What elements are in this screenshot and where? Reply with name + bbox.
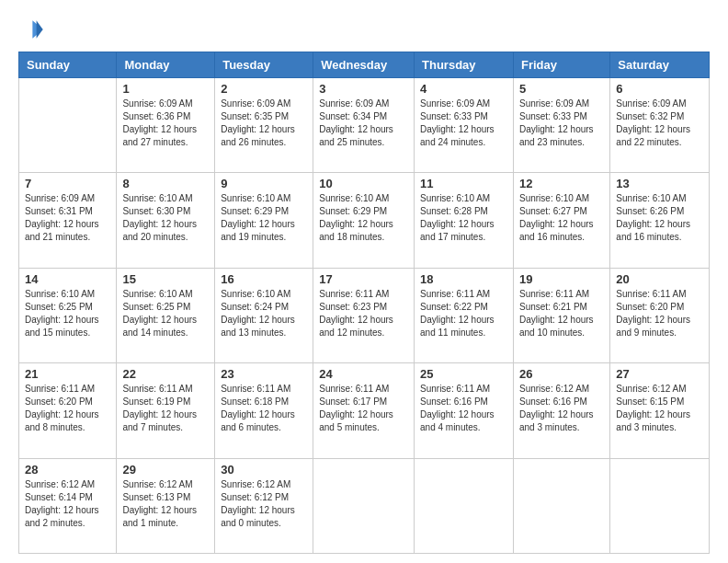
day-info: Sunrise: 6:10 AMSunset: 6:26 PMDaylight:… — [616, 192, 703, 244]
calendar-cell: 29Sunrise: 6:12 AMSunset: 6:13 PMDayligh… — [117, 458, 215, 553]
day-info: Sunrise: 6:09 AMSunset: 6:31 PMDaylight:… — [25, 192, 110, 244]
calendar-cell: 25Sunrise: 6:11 AMSunset: 6:16 PMDayligh… — [415, 363, 514, 458]
day-number: 21 — [25, 367, 110, 381]
day-info: Sunrise: 6:11 AMSunset: 6:17 PMDaylight:… — [319, 383, 408, 434]
weekday-header-row: SundayMondayTuesdayWednesdayThursdayFrid… — [19, 52, 710, 78]
day-info: Sunrise: 6:09 AMSunset: 6:33 PMDaylight:… — [519, 98, 604, 149]
week-row-3: 14Sunrise: 6:10 AMSunset: 6:25 PMDayligh… — [19, 268, 710, 362]
calendar-cell: 19Sunrise: 6:11 AMSunset: 6:21 PMDayligh… — [513, 268, 609, 362]
day-number: 26 — [519, 367, 604, 381]
day-number: 2 — [221, 82, 307, 96]
day-info: Sunrise: 6:11 AMSunset: 6:19 PMDaylight:… — [122, 383, 209, 434]
day-number: 23 — [221, 367, 307, 381]
calendar-cell: 26Sunrise: 6:12 AMSunset: 6:16 PMDayligh… — [513, 363, 609, 458]
day-info: Sunrise: 6:12 AMSunset: 6:16 PMDaylight:… — [519, 383, 604, 434]
day-number: 18 — [420, 272, 507, 286]
day-number: 25 — [420, 367, 507, 381]
day-number: 5 — [519, 82, 604, 96]
day-number: 12 — [519, 177, 604, 190]
logo-icon — [18, 17, 44, 42]
calendar-cell: 5Sunrise: 6:09 AMSunset: 6:33 PMDaylight… — [513, 78, 609, 173]
calendar-cell: 27Sunrise: 6:12 AMSunset: 6:15 PMDayligh… — [610, 363, 710, 458]
day-info: Sunrise: 6:12 AMSunset: 6:12 PMDaylight:… — [221, 478, 307, 530]
day-info: Sunrise: 6:11 AMSunset: 6:18 PMDaylight:… — [221, 383, 307, 434]
calendar-cell — [513, 458, 609, 553]
week-row-1: 1Sunrise: 6:09 AMSunset: 6:36 PMDaylight… — [19, 78, 710, 173]
day-info: Sunrise: 6:09 AMSunset: 6:35 PMDaylight:… — [221, 98, 307, 149]
week-row-4: 21Sunrise: 6:11 AMSunset: 6:20 PMDayligh… — [19, 363, 710, 458]
calendar-cell: 3Sunrise: 6:09 AMSunset: 6:34 PMDaylight… — [313, 78, 415, 173]
day-info: Sunrise: 6:11 AMSunset: 6:20 PMDaylight:… — [616, 288, 703, 339]
calendar-cell: 8Sunrise: 6:10 AMSunset: 6:30 PMDaylight… — [117, 173, 215, 268]
calendar-cell: 20Sunrise: 6:11 AMSunset: 6:20 PMDayligh… — [610, 268, 710, 362]
day-info: Sunrise: 6:10 AMSunset: 6:29 PMDaylight:… — [319, 192, 408, 244]
day-info: Sunrise: 6:11 AMSunset: 6:20 PMDaylight:… — [25, 383, 110, 434]
calendar-cell: 10Sunrise: 6:10 AMSunset: 6:29 PMDayligh… — [313, 173, 415, 268]
calendar-cell — [19, 78, 117, 173]
calendar-cell: 24Sunrise: 6:11 AMSunset: 6:17 PMDayligh… — [313, 363, 415, 458]
day-number: 20 — [616, 272, 703, 286]
calendar-cell — [313, 458, 415, 553]
day-info: Sunrise: 6:11 AMSunset: 6:22 PMDaylight:… — [420, 288, 507, 339]
week-row-5: 28Sunrise: 6:12 AMSunset: 6:14 PMDayligh… — [19, 458, 710, 553]
day-info: Sunrise: 6:10 AMSunset: 6:25 PMDaylight:… — [25, 288, 110, 339]
day-info: Sunrise: 6:10 AMSunset: 6:28 PMDaylight:… — [420, 192, 507, 244]
calendar-cell: 16Sunrise: 6:10 AMSunset: 6:24 PMDayligh… — [215, 268, 313, 362]
day-info: Sunrise: 6:09 AMSunset: 6:33 PMDaylight:… — [420, 98, 507, 149]
day-number: 8 — [122, 177, 209, 190]
day-info: Sunrise: 6:09 AMSunset: 6:32 PMDaylight:… — [616, 98, 703, 149]
day-number: 15 — [122, 272, 209, 286]
calendar-cell: 28Sunrise: 6:12 AMSunset: 6:14 PMDayligh… — [19, 458, 117, 553]
day-info: Sunrise: 6:10 AMSunset: 6:30 PMDaylight:… — [122, 192, 209, 244]
calendar: SundayMondayTuesdayWednesdayThursdayFrid… — [18, 52, 710, 554]
day-number: 10 — [319, 177, 408, 190]
calendar-cell: 12Sunrise: 6:10 AMSunset: 6:27 PMDayligh… — [513, 173, 609, 268]
day-number: 27 — [616, 367, 703, 381]
day-info: Sunrise: 6:10 AMSunset: 6:24 PMDaylight:… — [221, 288, 307, 339]
day-number: 13 — [616, 177, 703, 190]
weekday-header-thursday: Thursday — [415, 52, 514, 78]
calendar-cell: 1Sunrise: 6:09 AMSunset: 6:36 PMDaylight… — [117, 78, 215, 173]
day-info: Sunrise: 6:10 AMSunset: 6:29 PMDaylight:… — [221, 192, 307, 244]
day-number: 22 — [122, 367, 209, 381]
day-info: Sunrise: 6:09 AMSunset: 6:34 PMDaylight:… — [319, 98, 408, 149]
calendar-cell: 4Sunrise: 6:09 AMSunset: 6:33 PMDaylight… — [415, 78, 514, 173]
calendar-cell: 14Sunrise: 6:10 AMSunset: 6:25 PMDayligh… — [19, 268, 117, 362]
calendar-cell: 9Sunrise: 6:10 AMSunset: 6:29 PMDaylight… — [215, 173, 313, 268]
day-info: Sunrise: 6:12 AMSunset: 6:14 PMDaylight:… — [25, 478, 110, 530]
day-number: 19 — [519, 272, 604, 286]
day-number: 16 — [221, 272, 307, 286]
day-number: 29 — [122, 463, 209, 477]
day-number: 3 — [319, 82, 408, 96]
day-number: 9 — [221, 177, 307, 190]
day-number: 30 — [221, 463, 307, 477]
calendar-cell: 6Sunrise: 6:09 AMSunset: 6:32 PMDaylight… — [610, 78, 710, 173]
day-info: Sunrise: 6:10 AMSunset: 6:27 PMDaylight:… — [519, 192, 604, 244]
calendar-cell: 18Sunrise: 6:11 AMSunset: 6:22 PMDayligh… — [415, 268, 514, 362]
day-number: 24 — [319, 367, 408, 381]
svg-marker-1 — [37, 20, 43, 39]
logo — [18, 17, 48, 42]
calendar-cell: 2Sunrise: 6:09 AMSunset: 6:35 PMDaylight… — [215, 78, 313, 173]
calendar-cell: 15Sunrise: 6:10 AMSunset: 6:25 PMDayligh… — [117, 268, 215, 362]
day-number: 4 — [420, 82, 507, 96]
calendar-cell — [610, 458, 710, 553]
calendar-cell: 22Sunrise: 6:11 AMSunset: 6:19 PMDayligh… — [117, 363, 215, 458]
day-info: Sunrise: 6:11 AMSunset: 6:21 PMDaylight:… — [519, 288, 604, 339]
day-info: Sunrise: 6:11 AMSunset: 6:23 PMDaylight:… — [319, 288, 408, 339]
day-number: 28 — [25, 463, 110, 477]
weekday-header-monday: Monday — [117, 52, 215, 78]
day-info: Sunrise: 6:12 AMSunset: 6:13 PMDaylight:… — [122, 478, 209, 530]
calendar-cell — [415, 458, 514, 553]
weekday-header-tuesday: Tuesday — [215, 52, 313, 78]
day-info: Sunrise: 6:12 AMSunset: 6:15 PMDaylight:… — [616, 383, 703, 434]
day-info: Sunrise: 6:09 AMSunset: 6:36 PMDaylight:… — [122, 98, 209, 149]
week-row-2: 7Sunrise: 6:09 AMSunset: 6:31 PMDaylight… — [19, 173, 710, 268]
day-number: 17 — [319, 272, 408, 286]
calendar-cell: 11Sunrise: 6:10 AMSunset: 6:28 PMDayligh… — [415, 173, 514, 268]
weekday-header-saturday: Saturday — [610, 52, 710, 78]
calendar-cell: 7Sunrise: 6:09 AMSunset: 6:31 PMDaylight… — [19, 173, 117, 268]
day-number: 11 — [420, 177, 507, 190]
day-number: 14 — [25, 272, 110, 286]
calendar-cell: 30Sunrise: 6:12 AMSunset: 6:12 PMDayligh… — [215, 458, 313, 553]
